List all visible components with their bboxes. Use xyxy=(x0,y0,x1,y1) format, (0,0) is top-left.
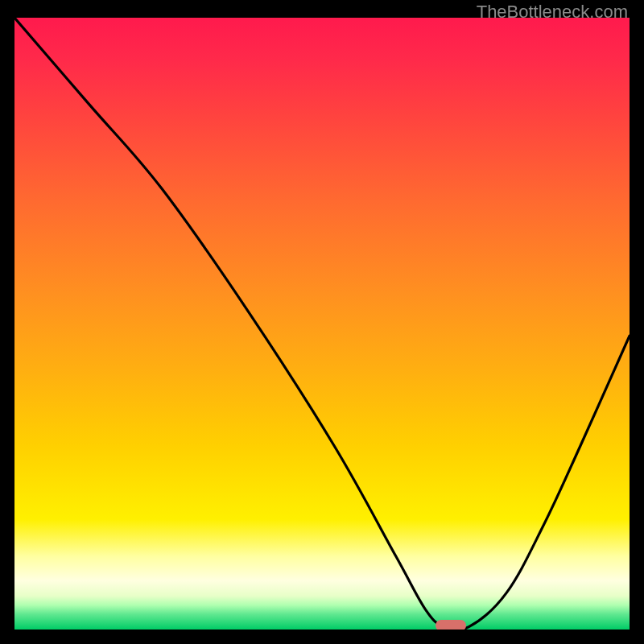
optimal-marker xyxy=(436,620,466,630)
chart-frame: TheBottleneck.com xyxy=(0,0,644,644)
plot-area xyxy=(14,18,630,630)
watermark-text: TheBottleneck.com xyxy=(477,2,628,23)
bottleneck-curve xyxy=(14,18,630,630)
